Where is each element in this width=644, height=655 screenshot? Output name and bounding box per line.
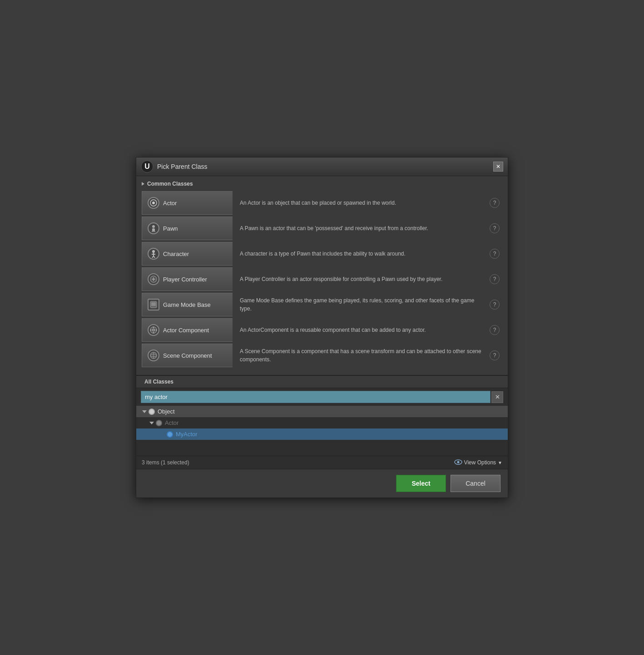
class-row-player-controller: Player Controller A Player Controller is… <box>142 267 502 291</box>
svg-text:U: U <box>144 163 150 170</box>
status-row: 3 items (1 selected) View Options ▼ <box>136 456 508 469</box>
pawn-label: Pawn <box>163 225 178 232</box>
object-label: Object <box>158 408 175 415</box>
game-mode-base-description: Game Mode Base defines the game being pl… <box>233 293 490 316</box>
actor-description: An Actor is an object that can be placed… <box>233 195 490 211</box>
svg-point-23 <box>153 332 154 334</box>
eye-icon <box>454 459 462 466</box>
player-controller-description: A Player Controller is an actor responsi… <box>233 271 490 287</box>
pick-parent-class-dialog: U Pick Parent Class ✕ Common Classes <box>136 157 508 498</box>
actor-component-button[interactable]: Actor Component <box>142 318 233 342</box>
arrow-down-icon-actor <box>149 422 154 424</box>
svg-point-7 <box>152 250 155 253</box>
pawn-description: A Pawn is an actor that can be 'possesse… <box>233 221 490 236</box>
ue-logo: U <box>141 160 154 173</box>
dialog-title: Pick Parent Class <box>157 163 207 170</box>
select-button[interactable]: Select <box>396 475 446 492</box>
svg-point-20 <box>153 330 154 331</box>
character-description: A character is a type of Pawn that inclu… <box>233 246 490 261</box>
pawn-help-icon[interactable]: ? <box>490 223 500 233</box>
bottom-buttons: Select Cancel <box>136 469 508 497</box>
actor-component-description: An ActorComponent is a reusable componen… <box>233 322 490 338</box>
player-controller-help-icon[interactable]: ? <box>490 274 500 284</box>
game-mode-base-help-icon[interactable]: ? <box>490 300 500 310</box>
svg-rect-5 <box>152 228 155 231</box>
svg-point-22 <box>156 330 157 331</box>
pawn-button[interactable]: Pawn <box>142 217 233 240</box>
class-row-actor-component: Actor Component An ActorComponent is a r… <box>142 318 502 342</box>
svg-point-4 <box>152 225 155 228</box>
view-options-button[interactable]: View Options ▼ <box>454 459 502 466</box>
character-icon <box>148 248 159 260</box>
close-button[interactable]: ✕ <box>493 162 503 172</box>
section-triangle-icon <box>142 182 144 186</box>
common-class-list: Actor An Actor is an object that can be … <box>142 191 502 368</box>
class-row-character: Character A character is a type of Pawn … <box>142 241 502 266</box>
object-dot <box>149 409 155 415</box>
class-row-scene-component: Scene Component A Scene Component is a c… <box>142 343 502 368</box>
class-tree-list: Object Actor MyActor <box>136 406 508 456</box>
common-classes-header: Common Classes <box>142 180 502 188</box>
tree-item-actor[interactable]: Actor <box>136 417 508 428</box>
all-classes-label: All Classes <box>144 379 173 385</box>
svg-line-11 <box>154 256 155 258</box>
common-classes-content: Common Classes Actor An Actor is <box>136 176 508 368</box>
myactor-tree-label: MyActor <box>176 431 198 438</box>
actor-tree-dot <box>156 420 162 426</box>
character-button[interactable]: Character <box>142 242 233 266</box>
actor-help-icon[interactable]: ? <box>490 198 500 208</box>
actor-component-label: Actor Component <box>163 327 209 334</box>
player-controller-button[interactable]: Player Controller <box>142 267 233 291</box>
actor-button[interactable]: Actor <box>142 191 233 215</box>
actor-tree-label: Actor <box>165 419 178 426</box>
class-row-pawn: Pawn A Pawn is an actor that can be 'pos… <box>142 216 502 241</box>
search-clear-button[interactable]: ✕ <box>491 391 503 403</box>
scene-component-description: A Scene Component is a component that ha… <box>233 344 490 367</box>
svg-point-21 <box>153 327 154 328</box>
tree-item-myactor[interactable]: MyActor <box>136 428 508 440</box>
common-classes-label: Common Classes <box>147 181 193 187</box>
pawn-icon <box>148 222 159 234</box>
scene-component-label: Scene Component <box>163 352 212 359</box>
title-bar: U Pick Parent Class ✕ <box>136 158 508 176</box>
actor-component-icon <box>148 324 159 336</box>
search-input[interactable] <box>141 391 490 403</box>
svg-point-24 <box>150 330 152 331</box>
tree-arrow-myactor <box>160 432 165 437</box>
svg-rect-16 <box>151 302 156 306</box>
actor-label: Actor <box>163 200 177 207</box>
class-row-game-mode-base: Game Mode Base Game Mode Base defines th… <box>142 292 502 317</box>
scene-component-button[interactable]: Scene Component <box>142 344 233 367</box>
player-controller-icon <box>148 273 159 285</box>
view-options-label: View Options <box>464 459 496 466</box>
title-bar-left: U Pick Parent Class <box>141 160 207 173</box>
game-mode-base-button[interactable]: Game Mode Base <box>142 293 233 316</box>
character-label: Character <box>163 251 189 257</box>
status-text: 3 items (1 selected) <box>142 459 189 466</box>
game-mode-base-label: Game Mode Base <box>163 301 211 308</box>
myactor-tree-dot <box>167 431 173 438</box>
common-classes-section: Common Classes Actor An Actor is <box>136 176 508 371</box>
scene-component-icon <box>148 350 159 361</box>
character-help-icon[interactable]: ? <box>490 249 500 259</box>
game-mode-base-icon <box>148 299 159 310</box>
all-classes-section: All Classes ✕ Object Actor <box>136 375 508 469</box>
class-row-actor: Actor An Actor is an object that can be … <box>142 191 502 215</box>
tree-arrow-actor <box>149 420 154 426</box>
view-options-chevron-icon: ▼ <box>498 460 502 465</box>
tree-item-object[interactable]: Object <box>136 406 508 417</box>
cancel-button[interactable]: Cancel <box>451 475 500 492</box>
all-classes-header: All Classes <box>136 376 508 388</box>
tree-arrow-object <box>142 409 147 414</box>
svg-point-3 <box>152 202 155 204</box>
svg-rect-17 <box>151 306 156 307</box>
actor-icon <box>148 197 159 209</box>
svg-point-29 <box>457 461 459 463</box>
player-controller-label: Player Controller <box>163 276 207 283</box>
arrow-down-icon <box>142 410 147 413</box>
scene-component-help-icon[interactable]: ? <box>490 350 500 360</box>
search-row: ✕ <box>136 388 508 406</box>
actor-component-help-icon[interactable]: ? <box>490 325 500 335</box>
